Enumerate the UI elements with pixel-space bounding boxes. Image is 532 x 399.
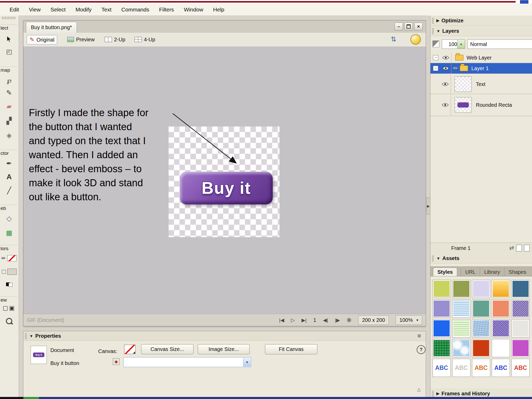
new-layer-icon[interactable]: [516, 245, 522, 251]
next-frame-button[interactable]: |▶: [335, 317, 340, 323]
close-button[interactable]: ×: [414, 23, 423, 30]
view-mode-original[interactable]: ✎ Original: [27, 35, 57, 44]
text-layer-visibility-toggle[interactable]: [440, 75, 451, 94]
document-canvas[interactable]: Firstly I made the shape for the button …: [23, 46, 426, 314]
layers-grip[interactable]: [432, 28, 434, 34]
titlebar-corner-button[interactable]: [520, 0, 528, 4]
knife-tool[interactable]: ╱: [0, 185, 18, 196]
eyedropper-tool[interactable]: ▞: [0, 115, 18, 126]
blend-mode-select[interactable]: Normal: [467, 39, 532, 49]
menu-item-window[interactable]: Window: [179, 6, 208, 13]
opacity-input[interactable]: 100: [442, 39, 460, 49]
minimize-button[interactable]: –: [395, 23, 403, 30]
menu-item-view[interactable]: View: [24, 6, 45, 13]
menu-item-text[interactable]: Text: [97, 6, 117, 13]
web-layer-expander[interactable]: −: [433, 55, 438, 60]
previous-frame-button[interactable]: ◀|: [323, 317, 328, 323]
document-property-dropdown[interactable]: ▾: [123, 357, 251, 367]
fill-color-well[interactable]: [0, 266, 18, 277]
style-swatch[interactable]: [511, 339, 530, 357]
optimize-grip[interactable]: [432, 17, 434, 24]
menu-item-filters[interactable]: Filters: [154, 6, 179, 13]
style-swatch[interactable]: [452, 319, 470, 337]
style-swatch[interactable]: [492, 339, 510, 357]
hotspot-tool[interactable]: ◇: [0, 213, 18, 224]
text-style-swatch[interactable]: ABC: [472, 359, 490, 377]
style-swatch[interactable]: [472, 300, 490, 318]
screen-mode-buttons[interactable]: ▢▣: [0, 303, 18, 314]
canvas-size-button[interactable]: Canvas Size...: [141, 344, 194, 354]
layer-row-web-layer[interactable]: − Web Layer: [430, 52, 532, 63]
rect-layer-visibility-toggle[interactable]: [440, 94, 451, 116]
text-tool[interactable]: A: [0, 171, 18, 182]
zoom-level-control[interactable]: 100% ▾: [396, 315, 422, 325]
panel-options-icon[interactable]: ≡: [417, 332, 421, 340]
web-layer-visibility-toggle[interactable]: [440, 52, 451, 63]
style-swatch[interactable]: [433, 339, 451, 357]
style-swatch[interactable]: [452, 339, 470, 357]
fireworks-logo-icon[interactable]: →: [410, 34, 421, 45]
style-swatch[interactable]: [433, 300, 451, 318]
tab-library[interactable]: Library: [480, 268, 504, 276]
style-swatch[interactable]: [511, 300, 530, 318]
tab-url[interactable]: URL: [461, 268, 480, 276]
style-swatch[interactable]: [433, 319, 451, 337]
eraser-tool[interactable]: ▰: [0, 101, 18, 112]
lasso-tool[interactable]: ℘: [0, 75, 18, 86]
stroke-color-well[interactable]: ✏: [0, 253, 18, 264]
style-swatch[interactable]: [433, 280, 451, 298]
style-swatch[interactable]: [452, 300, 470, 318]
style-swatch[interactable]: [472, 280, 490, 298]
pointer-tool[interactable]: [0, 34, 18, 45]
text-style-swatch[interactable]: ABC: [433, 359, 451, 377]
layer-row-rounded-rectangle[interactable]: Rounded Recta: [430, 94, 532, 116]
last-frame-button[interactable]: ▶|: [302, 317, 307, 323]
opacity-slider-button[interactable]: ▾: [457, 39, 465, 49]
first-frame-button[interactable]: |◀: [279, 317, 284, 323]
style-swatch[interactable]: [511, 280, 530, 298]
os-taskbar[interactable]: [0, 397, 532, 399]
properties-expand-marker[interactable]: △: [417, 387, 421, 392]
style-swatch[interactable]: [472, 319, 490, 337]
style-swatch[interactable]: [452, 280, 470, 298]
layer1-expander[interactable]: −: [433, 66, 438, 71]
menu-item-help[interactable]: Help: [208, 6, 229, 13]
properties-grip[interactable]: [25, 333, 27, 339]
menu-item-modify[interactable]: Modify: [71, 6, 97, 13]
layer-row-layer1[interactable]: − ✏ Layer 1: [430, 63, 532, 74]
distribute-frames-icon[interactable]: ⇄: [509, 245, 514, 251]
delete-layer-icon[interactable]: [524, 245, 530, 251]
document-tab[interactable]: Buy it button.png*: [26, 22, 77, 33]
assets-panel-header[interactable]: ▼ Assets: [430, 253, 532, 263]
text-style-swatch[interactable]: ABC: [492, 359, 510, 377]
view-mode-2up[interactable]: 2-Up: [102, 35, 128, 44]
properties-header[interactable]: ▼ Properties ≡: [23, 331, 426, 341]
help-button[interactable]: ?: [417, 345, 425, 354]
pen-tool[interactable]: ✒: [0, 158, 18, 169]
style-swatch[interactable]: [511, 319, 530, 337]
style-swatch[interactable]: [492, 280, 510, 298]
style-swatch[interactable]: [472, 339, 490, 357]
menu-item-commands[interactable]: Commands: [116, 6, 154, 13]
canvas-color-swatch[interactable]: [124, 345, 136, 354]
restore-button[interactable]: [404, 23, 413, 30]
tools-panel-grip[interactable]: [2, 17, 16, 19]
text-style-swatch[interactable]: ABC: [511, 359, 530, 377]
tab-shapes[interactable]: Shapes: [504, 268, 530, 276]
menu-item-edit[interactable]: Edit: [5, 6, 24, 13]
stop-button[interactable]: ⊗: [347, 317, 351, 323]
menu-item-select[interactable]: Select: [45, 6, 70, 13]
paint-bucket-tool[interactable]: ◈: [0, 130, 18, 141]
slice-tool[interactable]: ▦: [0, 227, 18, 238]
view-mode-preview[interactable]: Preview: [65, 35, 97, 44]
image-size-button[interactable]: Image Size...: [198, 344, 250, 354]
default-colors-button[interactable]: [0, 279, 18, 290]
sort-updown-icon[interactable]: ⇅: [391, 35, 396, 43]
panel-collapse-button[interactable]: ▶: [426, 197, 430, 215]
crop-tool[interactable]: ◰: [0, 46, 18, 57]
tab-styles[interactable]: Styles: [433, 268, 457, 276]
assets-grip[interactable]: [432, 255, 434, 261]
dropdown-arrow-button[interactable]: ▾: [243, 358, 251, 367]
frames-history-grip[interactable]: [432, 390, 434, 397]
fit-canvas-button[interactable]: Fit Canvas: [265, 344, 317, 354]
